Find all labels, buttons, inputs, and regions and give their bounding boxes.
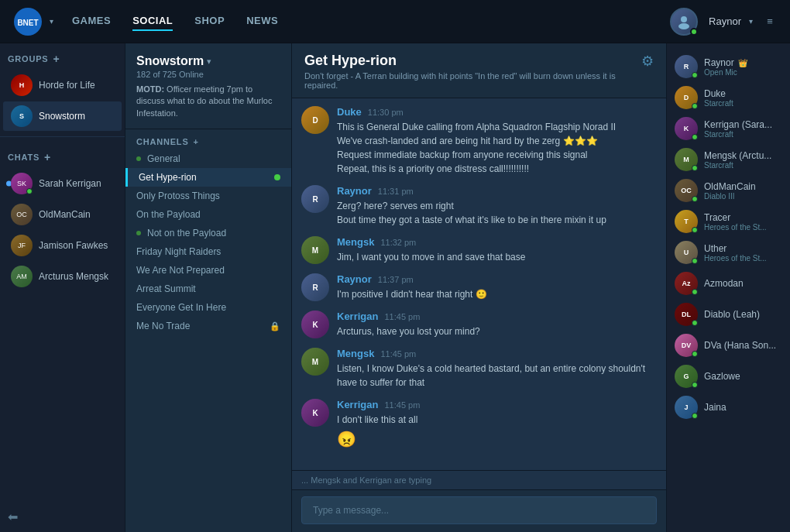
member-online-jaina	[692, 413, 698, 419]
nav-games[interactable]: Games	[72, 12, 111, 31]
groups-label: GROUPS	[8, 54, 48, 63]
channel-item-on-payload[interactable]: On the Payload	[125, 205, 291, 224]
channel-name-friday: Friday Night Raiders	[136, 246, 221, 257]
channel-item-protoss[interactable]: Only Protoss Things	[125, 187, 291, 205]
chat-settings-icon[interactable]: ⚙	[641, 53, 654, 70]
chat-avatar-sarah: SK	[11, 173, 33, 194]
add-group-button[interactable]: +	[53, 53, 60, 65]
motd-text: MOTD: Officer meeting 7pm to discuss wha…	[136, 84, 280, 125]
message-header-raynor1: Raynor 11:31 pm	[337, 185, 657, 197]
message-author-duke: Duke	[337, 106, 362, 118]
channel-item-everyone[interactable]: Everyone Get In Here	[125, 298, 291, 317]
members-sidebar: R Raynor 👑 Open Mic D Duke Starcraft	[666, 43, 790, 532]
channel-item-friday[interactable]: Friday Night Raiders	[125, 242, 291, 261]
message-content-mengsk1: Mengsk 11:32 pm Jim, I want you to move …	[337, 236, 657, 264]
member-name-kerrigan: Kerrigan (Sara...	[704, 119, 772, 130]
username-dropdown-arrow[interactable]: ▾	[749, 17, 753, 26]
collapse-sidebar-button[interactable]: ⬅	[0, 502, 125, 532]
channel-bullet-general	[136, 156, 141, 161]
member-info-duke: Duke Starcraft	[704, 88, 733, 108]
chat-item-jamison[interactable]: JF Jamison Fawkes	[3, 231, 122, 260]
member-item-uther[interactable]: U Uther Heroes of the St...	[667, 237, 790, 268]
message-text-mengsk1: Jim, I want you to move in and save that…	[337, 250, 657, 264]
member-item-dva[interactable]: DV DVa (Hana Son...	[667, 330, 790, 361]
channel-item-not-prep[interactable]: We Are Not Prepared	[125, 261, 291, 280]
member-item-raynor[interactable]: R Raynor 👑 Open Mic	[667, 51, 790, 82]
chat-item-sarah[interactable]: SK Sarah Kerrigan	[3, 169, 122, 198]
member-name-uther: Uther	[704, 243, 767, 254]
member-info-kerrigan: Kerrigan (Sara... Starcraft	[704, 119, 772, 139]
group-title-dropdown[interactable]: ▾	[207, 57, 211, 67]
chats-label: CHATS	[8, 153, 40, 162]
sidebar-divider	[0, 136, 125, 137]
member-avatar-oldmancain: OC	[675, 179, 698, 202]
channel-item-hype-rion[interactable]: Get Hype-rion	[125, 168, 291, 187]
member-item-kerrigan[interactable]: K Kerrigan (Sara... Starcraft	[667, 113, 790, 144]
message-avatar-raynor1[interactable]: R	[301, 185, 329, 213]
group-title: Snowstorm	[136, 54, 204, 68]
message-avatar-duke[interactable]: D	[301, 106, 329, 134]
chat-input-area	[292, 489, 666, 532]
message-row-raynor1: R Raynor 11:31 pm Zerg? here? serves em …	[301, 185, 657, 227]
message-avatar-mengsk1[interactable]: M	[301, 236, 329, 264]
channel-name-general: General	[147, 153, 180, 164]
nav-shop[interactable]: Shop	[194, 12, 225, 31]
member-info-uther: Uther Heroes of the St...	[704, 243, 767, 263]
blizzard-logo[interactable]: BNET	[9, 3, 46, 40]
chat-avatar-old: OC	[11, 204, 33, 225]
member-item-gazlowe[interactable]: G Gazlowe	[667, 361, 790, 392]
message-text-duke: This is General Duke calling from Alpha …	[337, 120, 657, 176]
message-row-kerrigan2: K Kerrigan 11:45 pm I don't like this at…	[301, 399, 657, 448]
message-avatar-kerrigan2[interactable]: K	[301, 399, 329, 427]
message-avatar-mengsk2[interactable]: M	[301, 348, 329, 376]
member-item-diablo[interactable]: DL Diablo (Leah)	[667, 299, 790, 330]
channel-item-no-trade[interactable]: Me No Trade 🔒	[125, 317, 291, 335]
channel-item-general[interactable]: General	[125, 149, 291, 168]
member-name-oldmancain: OldManCain	[704, 181, 756, 192]
add-channel-button[interactable]: +	[194, 137, 199, 146]
message-time-raynor2: 11:37 pm	[378, 275, 414, 284]
logo-dropdown-arrow[interactable]: ▾	[50, 17, 53, 26]
group-header: Snowstorm ▾ 182 of 725 Online MOTD: Offi…	[125, 43, 291, 129]
message-author-mengsk1: Mengsk	[337, 236, 374, 248]
groups-header: GROUPS +	[0, 43, 125, 70]
member-item-duke[interactable]: D Duke Starcraft	[667, 82, 790, 113]
member-item-oldmancain[interactable]: OC OldManCain Diablo III	[667, 175, 790, 206]
member-item-azmodan[interactable]: Az Azmodan	[667, 268, 790, 299]
member-item-jaina[interactable]: J Jaina	[667, 392, 790, 423]
svg-point-2	[681, 16, 687, 22]
add-chat-button[interactable]: +	[44, 151, 51, 163]
message-avatar-raynor2[interactable]: R	[301, 273, 329, 301]
message-author-mengsk2: Mengsk	[337, 348, 374, 359]
message-row-kerrigan1: K Kerrigan 11:45 pm Arcturus, have you l…	[301, 311, 657, 338]
message-row-mengsk2: M Mengsk 11:45 pm Listen, I know Duke's …	[301, 348, 657, 390]
message-avatar-kerrigan1[interactable]: K	[301, 311, 329, 338]
message-header-raynor2: Raynor 11:37 pm	[337, 273, 657, 285]
nav-social[interactable]: Social	[132, 12, 173, 31]
member-name-duke: Duke	[704, 88, 733, 99]
chat-item-arcturus[interactable]: AM Arcturus Mengsk	[3, 262, 122, 291]
nav-news[interactable]: News	[246, 12, 278, 31]
chat-item-old[interactable]: OC OldManCain	[3, 200, 122, 229]
channel-name-protoss: Only Protoss Things	[136, 190, 220, 201]
user-avatar-container[interactable]	[670, 8, 698, 36]
chat-name-old: OldManCain	[39, 209, 91, 220]
message-author-raynor2: Raynor	[337, 273, 372, 285]
chat-input[interactable]	[301, 496, 657, 524]
group-name-horde: Horde for Life	[39, 80, 95, 91]
group-item-snowstorm[interactable]: S Snowstorm	[3, 101, 122, 131]
message-content-duke: Duke 11:30 pm This is General Duke calli…	[337, 106, 657, 176]
channel-item-not-payload[interactable]: Not on the Payload	[125, 224, 291, 242]
member-item-mengsk[interactable]: M Mengsk (Arctu... Starcraft	[667, 144, 790, 175]
member-online-tracer	[692, 227, 698, 233]
member-item-tracer[interactable]: T Tracer Heroes of the St...	[667, 206, 790, 237]
message-content-kerrigan2: Kerrigan 11:45 pm I don't like this at a…	[337, 399, 657, 448]
channel-item-arreat[interactable]: Arreat Summit	[125, 280, 291, 298]
nav-menu-icon[interactable]: ≡	[759, 11, 781, 33]
member-name-raynor: Raynor 👑	[704, 57, 747, 68]
member-avatar-jaina: J	[675, 396, 698, 419]
member-status-raynor: Open Mic	[704, 68, 747, 77]
channel-name-everyone: Everyone Get In Here	[136, 302, 226, 313]
group-item-horde[interactable]: H Horde for Life	[3, 70, 122, 100]
member-online-raynor	[692, 72, 698, 78]
